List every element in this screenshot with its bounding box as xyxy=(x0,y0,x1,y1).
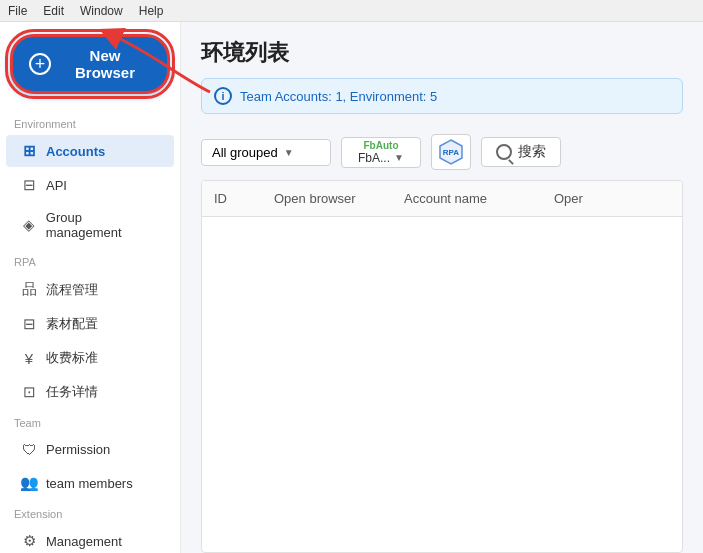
sidebar-item-api[interactable]: ⊟ API xyxy=(6,169,174,201)
rpa-button[interactable]: RPA xyxy=(431,134,471,170)
info-icon: i xyxy=(214,87,232,105)
material-icon: ⊟ xyxy=(20,315,38,333)
info-bar: i Team Accounts: 1, Environment: 5 xyxy=(201,78,683,114)
fbauto-dropdown[interactable]: FbAuto FbA... ▼ xyxy=(341,137,421,168)
section-team-label: Team xyxy=(0,409,180,433)
col-header-account: Account name xyxy=(404,191,554,206)
new-browser-button[interactable]: + New Browser xyxy=(10,34,170,94)
group-management-icon: ◈ xyxy=(20,216,38,234)
sidebar-item-billing[interactable]: ¥ 收费标准 xyxy=(6,342,174,374)
flow-icon: 品 xyxy=(20,280,38,299)
search-button[interactable]: 搜索 xyxy=(481,137,561,167)
table-header: ID Open browser Account name Oper xyxy=(202,181,682,217)
plus-icon: + xyxy=(29,53,51,75)
menu-help[interactable]: Help xyxy=(139,4,164,18)
management-icon: ⚙ xyxy=(20,532,38,550)
accounts-icon: ⊞ xyxy=(20,142,38,160)
sidebar-item-team-members[interactable]: 👥 team members xyxy=(6,467,174,499)
toolbar: All grouped ▼ FbAuto FbA... ▼ RPA xyxy=(181,134,703,180)
fbauto-chevron-icon: ▼ xyxy=(394,152,404,163)
col-header-oper: Oper xyxy=(554,191,670,206)
fbauto-select: FbA... ▼ xyxy=(358,151,404,165)
group-select[interactable]: All grouped ▼ xyxy=(201,139,331,166)
permission-icon: 🛡 xyxy=(20,441,38,458)
page-header: 环境列表 i Team Accounts: 1, Environment: 5 xyxy=(181,22,703,134)
section-extension-label: Extension xyxy=(0,500,180,524)
sidebar-item-management-label: Management xyxy=(46,534,122,549)
team-members-icon: 👥 xyxy=(20,474,38,492)
chevron-down-icon: ▼ xyxy=(284,147,294,158)
fbauto-label: FbAuto xyxy=(364,140,399,151)
task-icon: ⊡ xyxy=(20,383,38,401)
sidebar-item-management[interactable]: ⚙ Management xyxy=(6,525,174,553)
menu-file[interactable]: File xyxy=(8,4,27,18)
api-icon: ⊟ xyxy=(20,176,38,194)
sidebar-item-flow-label: 流程管理 xyxy=(46,281,98,299)
sidebar-item-accounts-label: Accounts xyxy=(46,144,105,159)
section-environment-label: Environment xyxy=(0,110,180,134)
sidebar-item-billing-label: 收费标准 xyxy=(46,349,98,367)
search-label: 搜索 xyxy=(518,143,546,161)
col-header-id: ID xyxy=(214,191,274,206)
menu-bar: File Edit Window Help xyxy=(0,0,703,22)
sidebar-item-flow[interactable]: 品 流程管理 xyxy=(6,273,174,306)
sidebar-item-material-label: 素材配置 xyxy=(46,315,98,333)
col-header-open: Open browser xyxy=(274,191,404,206)
new-browser-label: New Browser xyxy=(59,47,151,81)
app-body: + New Browser Environment ⊞ Accounts ⊟ A… xyxy=(0,22,703,553)
sidebar-item-permission[interactable]: 🛡 Permission xyxy=(6,434,174,465)
svg-text:RPA: RPA xyxy=(443,148,460,157)
sidebar-item-group-management[interactable]: ◈ Group management xyxy=(6,203,174,247)
section-rpa-label: RPA xyxy=(0,248,180,272)
sidebar-item-task-label: 任务详情 xyxy=(46,383,98,401)
sidebar: + New Browser Environment ⊞ Accounts ⊟ A… xyxy=(0,22,181,553)
sidebar-item-group-label: Group management xyxy=(46,210,160,240)
info-text: Team Accounts: 1, Environment: 5 xyxy=(240,89,437,104)
fbauto-value: FbA... xyxy=(358,151,390,165)
table-area: ID Open browser Account name Oper xyxy=(201,180,683,553)
sidebar-item-material[interactable]: ⊟ 素材配置 xyxy=(6,308,174,340)
menu-window[interactable]: Window xyxy=(80,4,123,18)
sidebar-item-task[interactable]: ⊡ 任务详情 xyxy=(6,376,174,408)
sidebar-item-api-label: API xyxy=(46,178,67,193)
search-icon xyxy=(496,144,512,160)
billing-icon: ¥ xyxy=(20,350,38,367)
main-content: 环境列表 i Team Accounts: 1, Environment: 5 … xyxy=(181,22,703,553)
page-title: 环境列表 xyxy=(201,38,683,68)
group-select-value: All grouped xyxy=(212,145,278,160)
sidebar-item-permission-label: Permission xyxy=(46,442,110,457)
sidebar-item-accounts[interactable]: ⊞ Accounts xyxy=(6,135,174,167)
rpa-hexagon-icon: RPA xyxy=(437,138,465,166)
sidebar-item-team-label: team members xyxy=(46,476,133,491)
menu-edit[interactable]: Edit xyxy=(43,4,64,18)
